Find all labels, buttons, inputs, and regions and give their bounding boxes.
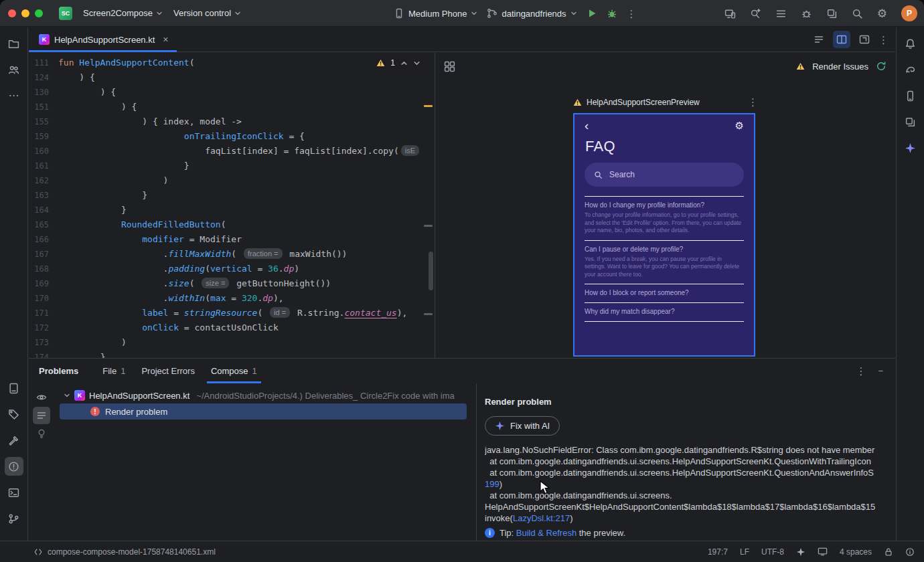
line-number[interactable]: 168 bbox=[29, 262, 58, 276]
more-tool-windows-button[interactable]: ⋯ bbox=[5, 86, 23, 105]
run-button[interactable] bbox=[587, 8, 597, 19]
caret-position-widget[interactable]: 197:7 bbox=[708, 547, 728, 557]
device-selector[interactable]: Medium Phone bbox=[394, 8, 477, 19]
editor-scrollbar[interactable] bbox=[429, 252, 433, 290]
collaborators-tool-button[interactable] bbox=[5, 60, 23, 79]
version-control-tool-button[interactable] bbox=[5, 509, 23, 528]
refresh-icon[interactable] bbox=[876, 61, 887, 72]
line-number[interactable]: 167 bbox=[29, 247, 58, 262]
project-tool-button[interactable] bbox=[5, 34, 23, 53]
code-line[interactable]: 171 label = stringResource( id = R.strin… bbox=[29, 306, 434, 320]
line-number[interactable]: 160 bbox=[29, 144, 58, 159]
faq-question[interactable]: How do I change my profile information? bbox=[585, 201, 744, 209]
line-ending-widget[interactable]: LF bbox=[740, 547, 749, 557]
version-control-menu[interactable]: Version control bbox=[173, 8, 241, 18]
running-devices-icon[interactable] bbox=[826, 8, 838, 19]
code-line[interactable]: 164 } bbox=[29, 203, 434, 217]
code-view-button[interactable] bbox=[810, 31, 828, 48]
code-line[interactable]: 165 RoundedFilledButton( bbox=[29, 217, 434, 232]
line-number[interactable]: 170 bbox=[29, 291, 58, 306]
profiler-icon[interactable] bbox=[801, 8, 812, 19]
line-number[interactable]: 174 bbox=[29, 350, 58, 358]
structure-list-icon[interactable] bbox=[775, 8, 787, 19]
hide-panel-button[interactable]: − bbox=[878, 366, 883, 376]
run-configuration-selector[interactable]: datingandfriends bbox=[487, 8, 576, 19]
phone-preview[interactable]: ‹ ⚙ FAQ Search How do I change my profil… bbox=[573, 113, 755, 357]
code-line[interactable]: 163 } bbox=[29, 188, 434, 203]
settings-gear-icon[interactable]: ⚙ bbox=[877, 8, 887, 19]
chevron-down-icon[interactable] bbox=[64, 392, 70, 399]
group-problems-button[interactable] bbox=[33, 407, 50, 424]
search-icon[interactable] bbox=[852, 8, 863, 19]
gradle-tool-button[interactable] bbox=[901, 60, 920, 79]
line-number[interactable]: 124 bbox=[29, 70, 58, 85]
faq-question[interactable]: How do I block or report someone? bbox=[585, 289, 744, 296]
line-number[interactable]: 130 bbox=[29, 85, 58, 100]
line-number[interactable]: 151 bbox=[29, 100, 58, 114]
code-line[interactable]: 166 modifier = Modifier bbox=[29, 232, 434, 247]
tab-project-errors[interactable]: Project Errors bbox=[133, 359, 202, 383]
gemini-tool-button[interactable] bbox=[901, 138, 920, 157]
faq-question[interactable]: Why did my match disappear? bbox=[585, 308, 744, 315]
next-problem-icon[interactable] bbox=[413, 60, 420, 67]
device-manager-tool-button[interactable] bbox=[901, 86, 920, 105]
problems-tool-button[interactable] bbox=[5, 457, 23, 476]
code-line[interactable]: 169 .size( size = getButtonHeight()) bbox=[29, 276, 434, 291]
code-line[interactable]: 124 ) { bbox=[29, 70, 434, 85]
line-number[interactable]: 165 bbox=[29, 217, 58, 232]
inspection-widget[interactable]: 1 bbox=[374, 57, 423, 69]
user-avatar[interactable]: P bbox=[901, 5, 917, 21]
line-number[interactable]: 166 bbox=[29, 232, 58, 247]
editor-tab[interactable]: K HelpAndSupportScreen.kt × bbox=[29, 27, 177, 52]
warning-stripe-mark[interactable] bbox=[424, 105, 433, 107]
tree-file-row[interactable]: K HelpAndSupportScreen.kt ~/AndroidStudi… bbox=[54, 387, 476, 403]
line-number[interactable]: 155 bbox=[29, 114, 58, 129]
quick-fix-button[interactable] bbox=[33, 425, 50, 442]
build-tool-button[interactable] bbox=[5, 431, 23, 450]
tree-problem-row[interactable]: ! Render problem bbox=[54, 403, 476, 419]
line-number[interactable]: 172 bbox=[29, 320, 58, 335]
settings-gear-icon[interactable]: ⚙ bbox=[735, 121, 744, 130]
faq-question[interactable]: Can I pause or delete my profile? bbox=[585, 246, 744, 253]
code-line[interactable]: 174 } bbox=[29, 350, 434, 358]
logcat-tool-button[interactable] bbox=[5, 379, 23, 397]
code-editor[interactable]: 111fun HelpAndSupportContent(124 ) {130 … bbox=[29, 53, 434, 358]
code-line[interactable]: 173 ) bbox=[29, 335, 434, 350]
stack-link[interactable]: LazyDsl.kt:217 bbox=[513, 513, 570, 523]
code-line[interactable]: 111fun HelpAndSupportContent( bbox=[29, 56, 434, 70]
fix-with-ai-button[interactable]: Fix with AI bbox=[485, 416, 560, 436]
code-line[interactable]: 159 onTrailingIconClick = { bbox=[29, 129, 434, 144]
stripe-mark[interactable] bbox=[424, 313, 433, 315]
preview-options-menu[interactable]: ⋮ bbox=[748, 97, 758, 107]
line-number[interactable]: 162 bbox=[29, 173, 58, 188]
faq-search-bar[interactable]: Search bbox=[585, 163, 744, 187]
panel-options-menu[interactable]: ⋮ bbox=[856, 366, 866, 376]
line-number[interactable]: 171 bbox=[29, 306, 58, 320]
ai-search-icon[interactable] bbox=[750, 8, 761, 19]
stack-link[interactable]: 199 bbox=[485, 479, 499, 489]
terminal-tool-button[interactable] bbox=[5, 483, 23, 502]
stripe-mark[interactable] bbox=[424, 225, 433, 227]
ai-status-sparkle-icon[interactable] bbox=[796, 547, 805, 557]
code-line[interactable]: 155 ) { index, model -> bbox=[29, 114, 434, 129]
code-line[interactable]: 172 onClick = contactUsOnClick bbox=[29, 320, 434, 335]
code-line[interactable]: 160 faqList[index] = faqList[index].copy… bbox=[29, 144, 434, 159]
resource-manager-tool-button[interactable] bbox=[901, 112, 920, 131]
indent-widget[interactable]: 4 spaces bbox=[840, 547, 872, 557]
lock-icon[interactable] bbox=[884, 547, 893, 557]
tab-file[interactable]: File 1 bbox=[94, 359, 133, 383]
previous-problem-icon[interactable] bbox=[400, 60, 408, 67]
minimize-window-button[interactable] bbox=[21, 9, 29, 17]
code-line[interactable]: 161 } bbox=[29, 159, 434, 173]
status-file[interactable]: compose-compose-model-1758748140651.xml bbox=[33, 547, 216, 557]
device-mirroring-icon[interactable] bbox=[724, 8, 736, 19]
close-window-button[interactable] bbox=[8, 9, 16, 17]
notifications-tool-button[interactable] bbox=[901, 34, 920, 53]
line-number[interactable]: 173 bbox=[29, 335, 58, 350]
back-chevron-icon[interactable]: ‹ bbox=[585, 121, 589, 130]
status-monitor-icon[interactable] bbox=[818, 547, 828, 557]
code-line[interactable]: 170 .widthIn(max = 320.dp), bbox=[29, 291, 434, 306]
inspections-status-icon[interactable] bbox=[905, 547, 915, 557]
build-refresh-link[interactable]: Build & Refresh bbox=[516, 528, 576, 538]
code-line[interactable]: 130 ) { bbox=[29, 85, 434, 100]
